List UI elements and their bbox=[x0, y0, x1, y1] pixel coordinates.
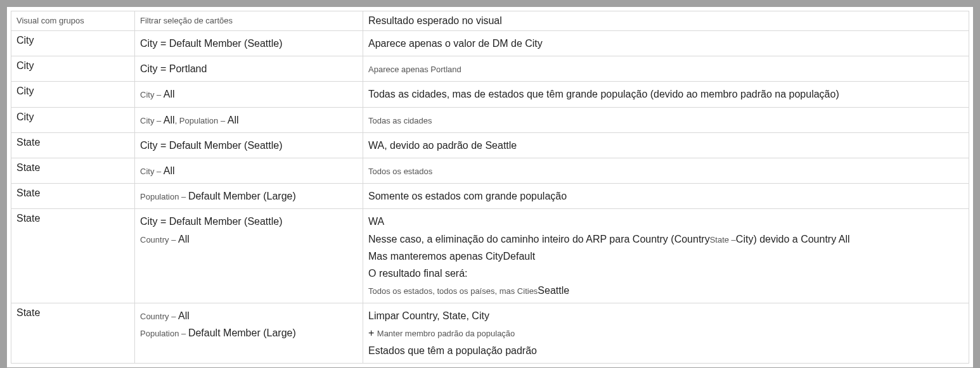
text-segment: Default Member (Large) bbox=[188, 327, 296, 338]
text-segment: Country – bbox=[140, 235, 178, 244]
cell-visual: City bbox=[11, 82, 135, 107]
document-page: Visual com grupos Filtrar seleção de car… bbox=[6, 6, 974, 368]
text-segment: Todas as cidades bbox=[368, 116, 432, 125]
text-segment: City – bbox=[140, 90, 164, 99]
text-segment: All bbox=[164, 89, 175, 99]
text-segment: WA, devido ao padrão de Seattle bbox=[368, 140, 517, 151]
table-row: StateCity – AllTodos os estados bbox=[11, 158, 969, 183]
visual-text: State bbox=[16, 307, 40, 318]
cell-line: O resultado final será: bbox=[368, 265, 964, 282]
text-segment: All bbox=[178, 310, 190, 321]
table-row: CityCity – All, Population – AllTodas as… bbox=[11, 107, 969, 132]
cell-visual: State bbox=[11, 132, 135, 158]
header-result: Resultado esperado no visual bbox=[363, 11, 969, 31]
cell-result: Todos os estados bbox=[363, 158, 969, 183]
header-result-label: Resultado esperado no visual bbox=[368, 15, 502, 26]
text-segment: Aparece apenas Portland bbox=[368, 65, 461, 74]
cell-line: + Manter membro padrão da população bbox=[368, 324, 964, 341]
cell-line: Todos os estados, todos os países, mas C… bbox=[368, 282, 964, 299]
text-segment: City – bbox=[140, 167, 164, 176]
cell-visual: State bbox=[11, 209, 135, 303]
visual-text: State bbox=[16, 187, 40, 198]
cell-filter: Population – Default Member (Large) bbox=[135, 184, 363, 209]
cell-line: Somente os estados com grande população bbox=[368, 187, 964, 205]
text-segment: All bbox=[839, 234, 850, 244]
table-row: StatePopulation – Default Member (Large)… bbox=[11, 184, 969, 209]
cell-line: Nesse caso, a eliminação do caminho inte… bbox=[368, 231, 964, 248]
cell-result: Limpar Country, State, City+ Manter memb… bbox=[363, 303, 969, 364]
cell-filter: City = Portland bbox=[135, 56, 363, 82]
cell-result: WA, devido ao padrão de Seattle bbox=[363, 132, 969, 158]
cell-line: City – All bbox=[140, 86, 358, 103]
cell-result: Todas as cidades bbox=[363, 107, 969, 132]
text-segment: WA bbox=[368, 216, 384, 227]
table-row: CityCity = Default Member (Seattle)Apare… bbox=[11, 31, 969, 56]
cell-line: Estados que têm a população padrão bbox=[368, 342, 964, 359]
default-members-table: Visual com grupos Filtrar seleção de car… bbox=[11, 11, 969, 364]
header-visual-label: Visual com grupos bbox=[16, 16, 84, 25]
cell-line: City = Default Member (Seattle) bbox=[140, 35, 358, 52]
text-segment: City = Default Member (Seattle) bbox=[140, 140, 283, 151]
header-filter: Filtrar seleção de cartões bbox=[135, 11, 363, 31]
visual-text: City bbox=[16, 60, 34, 71]
text-segment: Population – bbox=[140, 192, 188, 201]
text-segment: + bbox=[368, 327, 377, 338]
cell-line: Limpar Country, State, City bbox=[368, 307, 964, 324]
cell-line: City = Portland bbox=[140, 60, 358, 77]
cell-filter: City – All bbox=[135, 158, 363, 183]
text-segment: All bbox=[164, 115, 175, 125]
text-segment: Default bbox=[503, 251, 536, 262]
table-row: StateCity = Default Member (Seattle)WA, … bbox=[11, 132, 969, 158]
table-row: CityCity – AllTodas as cidades, mas de e… bbox=[11, 82, 969, 107]
cell-result: Aparece apenas Portland bbox=[363, 56, 969, 82]
table-row: CityCity = PortlandAparece apenas Portla… bbox=[11, 56, 969, 82]
text-segment: Nesse caso, a eliminação do caminho inte… bbox=[368, 234, 710, 244]
header-visual: Visual com grupos bbox=[11, 11, 135, 31]
text-segment: City) devido a Country bbox=[736, 234, 839, 244]
text-segment: Todas as cidades, mas de estados que têm… bbox=[368, 89, 839, 99]
text-segment: Country – bbox=[140, 312, 178, 321]
text-segment: City = Portland bbox=[140, 63, 207, 74]
cell-visual: City bbox=[11, 107, 135, 132]
text-segment: Manter membro padrão da população bbox=[377, 329, 515, 338]
cell-filter: City – All, Population – All bbox=[135, 107, 363, 132]
cell-visual: State bbox=[11, 158, 135, 183]
cell-filter: City – All bbox=[135, 82, 363, 107]
text-segment: City – bbox=[140, 116, 164, 125]
cell-line: Population – Default Member (Large) bbox=[140, 324, 358, 341]
cell-line: Aparece apenas Portland bbox=[368, 60, 964, 77]
text-segment: All bbox=[178, 234, 190, 244]
cell-line: Country – All bbox=[140, 307, 358, 324]
cell-visual: State bbox=[11, 184, 135, 209]
text-segment: State – bbox=[710, 235, 736, 244]
text-segment: All bbox=[228, 115, 239, 125]
cell-line: WA bbox=[368, 213, 964, 230]
text-segment: Estados que têm a população padrão bbox=[368, 345, 537, 356]
cell-filter: City = Default Member (Seattle) bbox=[135, 31, 363, 56]
text-segment: City = Default Member (Seattle) bbox=[140, 38, 283, 49]
cell-result: Todas as cidades, mas de estados que têm… bbox=[363, 82, 969, 107]
cell-visual: City bbox=[11, 56, 135, 82]
text-segment: Limpar Country, State, City bbox=[368, 310, 489, 321]
cell-visual: City bbox=[11, 31, 135, 56]
text-segment: Population – bbox=[140, 329, 188, 338]
text-segment: , Population – bbox=[175, 116, 228, 125]
cell-result: Somente os estados com grande população bbox=[363, 184, 969, 209]
cell-visual: State bbox=[11, 303, 135, 364]
cell-line: Todos os estados bbox=[368, 162, 964, 179]
header-filter-label: Filtrar seleção de cartões bbox=[140, 16, 233, 25]
text-segment: Todos os estados, todos os países, mas C… bbox=[368, 286, 538, 296]
table-header-row: Visual com grupos Filtrar seleção de car… bbox=[11, 11, 969, 31]
visual-text: State bbox=[16, 137, 40, 148]
text-segment: Default Member (Large) bbox=[188, 191, 296, 201]
visual-text: City bbox=[16, 111, 34, 122]
visual-text: State bbox=[16, 213, 40, 224]
text-segment: Todos os estados bbox=[368, 167, 432, 176]
table-row: StateCountry – AllPopulation – Default M… bbox=[11, 303, 969, 364]
table-row: StateCity = Default Member (Seattle)Coun… bbox=[11, 209, 969, 303]
cell-result: WANesse caso, a eliminação do caminho in… bbox=[363, 209, 969, 303]
cell-filter: City = Default Member (Seattle)Country –… bbox=[135, 209, 363, 303]
text-segment: All bbox=[164, 165, 175, 176]
cell-line: Country – All bbox=[140, 231, 358, 248]
visual-text: State bbox=[16, 162, 40, 173]
